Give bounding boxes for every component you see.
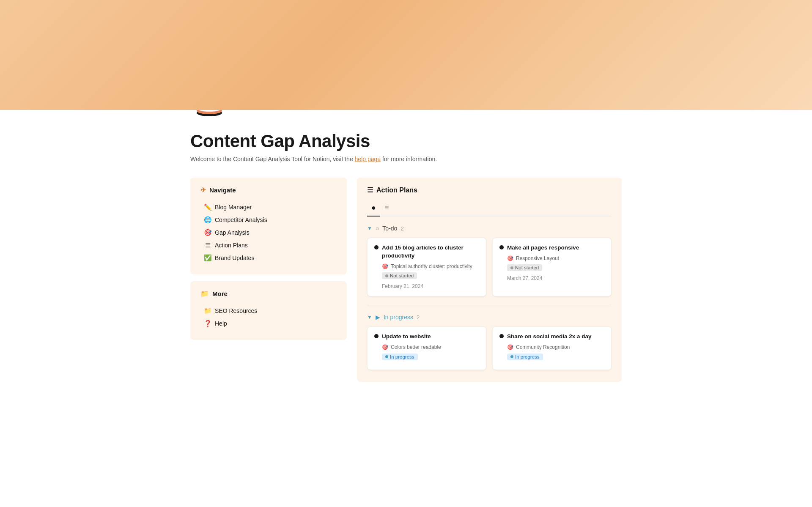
badge-dot <box>385 274 388 277</box>
card-meta: 🎯 Responsive Layout <box>499 255 604 261</box>
seo-resources-icon: 📁 <box>204 307 211 315</box>
meta-icon: 🎯 <box>382 263 388 269</box>
navigate-panel: ✈ Navigate ✏️ Blog Manager 🌐 Competitor … <box>190 178 347 274</box>
badge-dot <box>510 266 513 269</box>
card-date: February 21, 2024 <box>374 283 479 289</box>
more-panel: 📁 More 📁 SEO Resources ❓ Help <box>190 281 347 340</box>
help-page-link[interactable]: help page <box>355 156 381 162</box>
right-column: ☰ Action Plans ● ≡ ▼ ○ To-do 2 <box>357 178 622 382</box>
todo-cards-grid: Add 15 blog articles to cluster producti… <box>367 238 612 296</box>
card-title-row: Update to website <box>374 333 479 341</box>
view-tab-list[interactable]: ≡ <box>380 201 393 217</box>
brand-updates-icon: ✅ <box>204 254 211 262</box>
action-plans-header: ☰ Action Plans <box>367 186 612 194</box>
card-meta: 🎯 Colors better readable <box>374 344 479 350</box>
meta-icon: 🎯 <box>507 344 513 350</box>
view-tabs: ● ≡ <box>367 201 612 217</box>
card-title-row: Make all pages responsive <box>499 244 604 252</box>
nav-item-gap-analysis[interactable]: 🎯 Gap Analysis <box>200 226 337 239</box>
navigate-icon: ✈ <box>200 186 206 194</box>
badge-label: Not started <box>515 265 539 270</box>
action-plans-title: Action Plans <box>376 186 417 194</box>
status-badge-not-started: Not started <box>507 264 542 271</box>
nav-item-label: Help <box>215 320 227 327</box>
nav-item-blog-manager[interactable]: ✏️ Blog Manager <box>200 201 337 214</box>
status-badge-in-progress: In progress <box>382 354 418 360</box>
card-title-row: Add 15 blog articles to cluster producti… <box>374 244 479 260</box>
todo-count: 2 <box>401 225 403 232</box>
nav-item-seo-resources[interactable]: 📁 SEO Resources <box>200 304 337 317</box>
todo-circle-icon: ○ <box>376 225 379 232</box>
help-icon: ❓ <box>204 320 211 327</box>
status-badge-not-started: Not started <box>382 272 417 279</box>
todo-group: ▼ ○ To-do 2 Add 15 blog articles to clus… <box>367 225 612 296</box>
nav-item-label: Gap Analysis <box>215 229 250 236</box>
card-title: Update to website <box>382 333 431 341</box>
inprogress-group-header: ▼ ▶ In progress 2 <box>367 314 612 321</box>
blog-manager-icon: ✏️ <box>204 203 211 211</box>
card-title-row: Share on social media 2x a day <box>499 333 604 341</box>
inprogress-cards-grid: Update to website 🎯 Colors better readab… <box>367 326 612 370</box>
more-label: More <box>212 290 228 297</box>
card-meta: 🎯 Community Recognition <box>499 344 604 350</box>
inprogress-count: 2 <box>417 314 420 321</box>
nav-item-action-plans[interactable]: ☰ Action Plans <box>200 239 337 252</box>
action-plans-panel: ☰ Action Plans ● ≡ ▼ ○ To-do 2 <box>357 178 622 382</box>
inprogress-play-icon: ▶ <box>376 314 380 321</box>
nav-item-brand-updates[interactable]: ✅ Brand Updates <box>200 252 337 264</box>
nav-item-competitor-analysis[interactable]: 🌐 Competitor Analysis <box>200 214 337 226</box>
badge-label: Not started <box>390 273 414 278</box>
meta-icon: 🎯 <box>382 344 388 350</box>
subtitle-text-before: Welcome to the Content Gap Analysis Tool… <box>190 156 355 162</box>
card-title: Add 15 blog articles to cluster producti… <box>382 244 479 260</box>
meta-text: Community Recognition <box>516 344 570 350</box>
status-badge-in-progress: In progress <box>507 354 543 360</box>
gap-icon: 🎯 <box>204 229 211 236</box>
action-plans-icon: ☰ <box>204 241 211 249</box>
more-icon: 📁 <box>200 290 209 298</box>
navigate-label: Navigate <box>209 186 236 194</box>
meta-text: Responsive Layout <box>516 255 559 261</box>
competitor-icon: 🌐 <box>204 216 211 224</box>
badge-dot <box>385 355 388 358</box>
inprogress-group: ▼ ▶ In progress 2 Update to website <box>367 314 612 370</box>
badge-label: In progress <box>390 354 414 359</box>
nav-item-label: Brand Updates <box>215 255 254 261</box>
page-subtitle: Welcome to the Content Gap Analysis Tool… <box>190 156 622 162</box>
main-layout: ✈ Navigate ✏️ Blog Manager 🌐 Competitor … <box>190 178 622 382</box>
card-responsive-pages[interactable]: Make all pages responsive 🎯 Responsive L… <box>492 238 612 296</box>
todo-label: To-do <box>382 225 397 232</box>
meta-icon: 🎯 <box>507 255 513 261</box>
more-panel-header: 📁 More <box>200 290 337 298</box>
card-social-media[interactable]: Share on social media 2x a day 🎯 Communi… <box>492 326 612 370</box>
badge-dot <box>510 355 513 358</box>
nav-item-label: SEO Resources <box>215 307 257 314</box>
badge-label: In progress <box>515 354 540 359</box>
card-dot <box>374 334 379 338</box>
card-title: Share on social media 2x a day <box>507 333 592 341</box>
section-divider <box>367 305 612 305</box>
nav-item-help[interactable]: ❓ Help <box>200 317 337 330</box>
card-update-website[interactable]: Update to website 🎯 Colors better readab… <box>367 326 486 370</box>
todo-arrow-icon: ▼ <box>367 225 372 231</box>
subtitle-text-after: for more information. <box>381 156 437 162</box>
inprogress-arrow-icon: ▼ <box>367 314 372 320</box>
left-column: ✈ Navigate ✏️ Blog Manager 🌐 Competitor … <box>190 178 347 340</box>
page-title: Content Gap Analysis <box>190 131 622 151</box>
nav-item-label: Competitor Analysis <box>215 217 267 223</box>
nav-item-label: Action Plans <box>215 242 248 249</box>
card-add-blog-articles[interactable]: Add 15 blog articles to cluster producti… <box>367 238 486 296</box>
nav-item-label: Blog Manager <box>215 204 252 211</box>
card-dot <box>499 245 504 249</box>
header-banner <box>0 0 812 110</box>
card-dot <box>374 245 379 249</box>
meta-text: Topical authority cluster: productivity <box>391 263 472 269</box>
card-dot <box>499 334 504 338</box>
card-meta: 🎯 Topical authority cluster: productivit… <box>374 263 479 269</box>
view-tab-board[interactable]: ● <box>367 201 380 217</box>
card-title: Make all pages responsive <box>507 244 579 252</box>
action-plans-header-icon: ☰ <box>367 186 373 194</box>
card-date: March 27, 2024 <box>499 275 604 281</box>
meta-text: Colors better readable <box>391 344 441 350</box>
inprogress-label: In progress <box>384 314 413 321</box>
